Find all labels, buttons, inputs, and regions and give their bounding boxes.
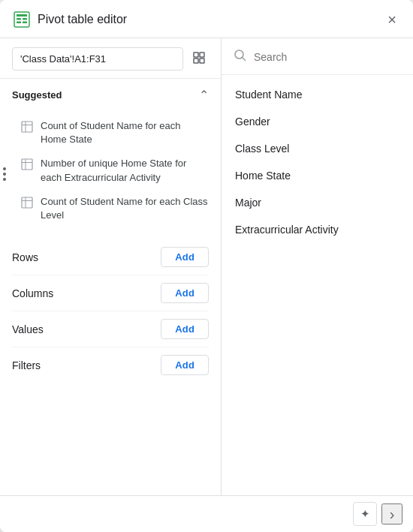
suggested-item[interactable]: Number of unique Home State for each Ext…: [3, 152, 218, 189]
svg-rect-16: [22, 197, 32, 208]
bottom-bar: ✦ ›: [0, 495, 413, 532]
columns-add-button[interactable]: Add: [161, 283, 209, 303]
values-label: Values: [12, 323, 44, 335]
field-list: Student Name Gender Class Level Home Sta…: [222, 75, 413, 495]
filters-field-row: Filters Add: [12, 347, 209, 383]
range-input[interactable]: [12, 47, 183, 71]
svg-rect-3: [17, 22, 21, 24]
values-add-button[interactable]: Add: [161, 319, 209, 339]
filters-label: Filters: [12, 359, 41, 371]
svg-rect-13: [22, 159, 32, 170]
suggested-header: Suggested ⌃: [0, 79, 221, 108]
suggested-item[interactable]: Count of Student Name for each Class Lev…: [3, 190, 218, 227]
field-item-student-name[interactable]: Student Name: [222, 81, 413, 108]
suggestion-text-1: Count of Student Name for each Home Stat…: [41, 119, 209, 146]
suggestions-container: Count of Student Name for each Home Stat…: [0, 114, 221, 233]
svg-line-20: [243, 58, 246, 61]
left-panel: Suggested ⌃: [0, 38, 222, 495]
rows-field-row: Rows Add: [12, 239, 209, 275]
suggested-label: Suggested: [12, 89, 62, 101]
pivot-table-icon: [21, 197, 33, 211]
suggested-list: [0, 108, 221, 114]
suggestion-text-3: Count of Student Name for each Class Lev…: [41, 195, 209, 222]
search-row: [222, 38, 413, 75]
field-item-major[interactable]: Major: [222, 189, 413, 216]
columns-field-row: Columns Add: [12, 275, 209, 311]
svg-rect-9: [200, 59, 204, 63]
header-title: Pivot table editor: [38, 13, 384, 26]
rows-add-button[interactable]: Add: [161, 247, 209, 267]
chevron-right-icon: ›: [390, 506, 395, 523]
main-content: Suggested ⌃: [0, 38, 413, 495]
svg-rect-1: [17, 14, 27, 17]
sheets-icon: [14, 11, 30, 28]
pivot-fields-section: Rows Add Columns Add Values Add Filters …: [0, 233, 221, 389]
svg-rect-4: [23, 18, 27, 20]
search-icon: [234, 49, 246, 65]
header: Pivot table editor ×: [0, 0, 413, 38]
svg-rect-8: [194, 59, 198, 63]
right-panel: Student Name Gender Class Level Home Sta…: [222, 38, 413, 495]
values-field-row: Values Add: [12, 311, 209, 347]
field-item-class-level[interactable]: Class Level: [222, 135, 413, 162]
suggested-item[interactable]: Count of Student Name for each Home Stat…: [3, 114, 218, 152]
field-item-extracurricular-activity[interactable]: Extracurricular Activity: [222, 216, 413, 243]
columns-label: Columns: [12, 287, 53, 299]
pivot-table-icon: [21, 121, 33, 135]
pivot-table-editor-panel: Pivot table editor × Suggeste: [0, 0, 413, 532]
suggestion-text-2: Number of unique Home State for each Ext…: [41, 157, 209, 184]
field-item-home-state[interactable]: Home State: [222, 162, 413, 189]
grid-select-icon[interactable]: [189, 48, 209, 70]
svg-rect-5: [23, 22, 27, 24]
rows-label: Rows: [12, 251, 38, 263]
explore-button[interactable]: ✦: [353, 502, 377, 526]
explore-icon: ✦: [360, 507, 370, 521]
svg-rect-2: [17, 18, 21, 20]
collapse-panel-button[interactable]: ›: [381, 503, 402, 524]
drag-handle-icon[interactable]: [3, 167, 6, 181]
filters-add-button[interactable]: Add: [161, 355, 209, 375]
svg-rect-6: [194, 53, 198, 57]
svg-rect-7: [200, 53, 204, 57]
pivot-table-icon: [21, 158, 33, 173]
range-row: [0, 38, 221, 79]
field-item-gender[interactable]: Gender: [222, 108, 413, 135]
svg-rect-10: [22, 122, 32, 132]
search-input[interactable]: [254, 51, 401, 63]
collapse-suggested-button[interactable]: ⌃: [199, 88, 209, 102]
close-button[interactable]: ×: [384, 11, 399, 29]
